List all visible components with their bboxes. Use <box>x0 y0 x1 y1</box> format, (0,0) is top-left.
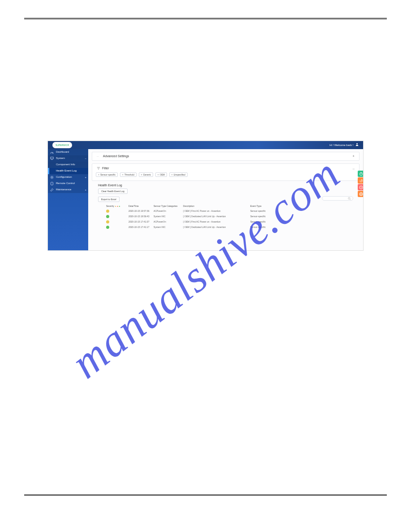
cell-sensor: ACPowerOn <box>154 210 183 213</box>
event-log-table: Severity ● ● ● Date/Time Sensor Type Cat… <box>98 205 353 230</box>
cell-sensor: System NIC <box>154 226 183 229</box>
sidebar-item-system[interactable]: System – <box>48 155 88 162</box>
close-icon[interactable]: × <box>171 173 173 176</box>
rail-language-button[interactable] <box>358 191 364 197</box>
right-rail: ? <box>358 171 364 197</box>
filter-chip-threshold[interactable]: ×Threshold <box>120 172 137 177</box>
filter-label: Filter <box>102 167 109 170</box>
rail-help-button[interactable]: ? <box>358 184 364 190</box>
filter-icon <box>97 167 100 171</box>
filter-chip-sensor-specific[interactable]: ×Sensor-specific <box>96 172 118 177</box>
chip-label: Sensor-specific <box>100 173 116 176</box>
sidebar-item-label: Health Event Log <box>56 169 77 172</box>
search-input[interactable] <box>322 196 353 201</box>
advanced-settings-card[interactable]: ··· Advanced Settings + <box>92 152 360 161</box>
screenshot-panel: SUPERMICR Hi ! Welcome back ! Dashboard … <box>47 141 364 251</box>
table-row: 2020-10-15 19:57:36 ACPowerOn [ OEM ] Fi… <box>98 209 353 214</box>
cell-date: 2020-10-15 19:57:36 <box>128 210 154 213</box>
sidebar-item-maintenance[interactable]: Maintenance + <box>48 187 88 193</box>
svg-rect-2 <box>51 157 53 159</box>
severity-icon <box>106 210 128 213</box>
welcome-text: Hi ! Welcome back ! <box>330 143 359 146</box>
filter-chips: ×Sensor-specific ×Threshold ×Generic ×OE… <box>96 172 355 177</box>
advanced-settings-label: Advanced Settings <box>103 154 129 158</box>
expand-icon: + <box>85 189 86 191</box>
gear-icon <box>50 176 54 179</box>
col-event-type[interactable]: Event Type <box>250 205 280 207</box>
close-icon[interactable]: × <box>98 173 99 176</box>
col-severity[interactable]: Severity ● ● ● <box>106 205 128 207</box>
gauge-icon <box>50 150 54 154</box>
health-event-log-section: Health Event Log Clear Health Event Log … <box>92 184 360 230</box>
svg-point-4 <box>51 176 52 178</box>
chip-label: Generic <box>143 173 151 176</box>
export-to-excel-button[interactable]: Export to Excel <box>98 197 120 202</box>
col-sensor[interactable]: Sensor Type Categories <box>154 205 183 207</box>
health-event-log-title: Health Event Log <box>98 184 360 187</box>
monitor-icon <box>50 157 54 160</box>
sidebar-item-label: Maintenance <box>56 188 71 191</box>
cell-event: Sensor-specific <box>250 210 280 213</box>
sidebar-item-configuration[interactable]: Configuration + <box>48 174 88 180</box>
app-topbar: SUPERMICR Hi ! Welcome back ! <box>48 141 363 149</box>
cell-desc: [ OEM ] Dedicated LAN Link Up - Assertio… <box>183 215 250 219</box>
table-header: Severity ● ● ● Date/Time Sensor Type Cat… <box>98 205 353 209</box>
sidebar: Dashboard System – Component Info Health… <box>48 149 88 250</box>
severity-icon <box>106 220 128 224</box>
main-content: ··· Advanced Settings + Filter – ×Sensor… <box>88 149 363 250</box>
svg-rect-5 <box>51 182 53 185</box>
sidebar-item-component-info[interactable]: Component Info <box>48 162 88 168</box>
filter-chip-generic[interactable]: ×Generic <box>139 172 153 177</box>
rail-power-button[interactable] <box>358 171 364 177</box>
close-icon[interactable]: × <box>141 173 142 176</box>
cell-sensor: ACPowerOn <box>154 220 183 224</box>
user-icon[interactable] <box>355 144 359 146</box>
rail-refresh-button[interactable] <box>358 177 364 184</box>
top-rule <box>24 18 387 20</box>
cell-event: Sensor-specific <box>250 226 280 229</box>
table-row: 2020-10-15 17:41:17 System NIC [ OEM ] D… <box>98 225 353 230</box>
filter-chip-oem[interactable]: ×OEM <box>155 172 167 177</box>
sidebar-item-label: System <box>56 157 65 159</box>
filter-chip-unspecified[interactable]: ×Unspecified <box>169 172 188 177</box>
sidebar-item-health-event-log[interactable]: Health Event Log <box>48 168 88 174</box>
close-icon[interactable]: × <box>158 173 159 176</box>
svg-line-1 <box>52 153 53 154</box>
expand-icon: + <box>85 176 86 179</box>
svg-point-0 <box>356 143 358 145</box>
cell-date: 2020-10-15 17:41:37 <box>128 220 154 224</box>
remote-icon <box>50 182 54 185</box>
cell-desc: [ OEM ] First AC Power on - Assertion <box>183 210 250 213</box>
collapse-icon: – <box>85 157 86 160</box>
expand-icon[interactable]: + <box>352 154 355 158</box>
sidebar-item-label: Remote Control <box>56 182 75 184</box>
wrench-icon <box>50 188 54 192</box>
col-date[interactable]: Date/Time <box>128 205 154 207</box>
sidebar-item-remote-control[interactable]: Remote Control <box>48 180 88 187</box>
table-row: 2020-10-15 17:41:37 ACPowerOn [ OEM ] Fi… <box>98 219 353 225</box>
close-icon[interactable]: × <box>122 173 124 176</box>
sidebar-item-label: Component Info <box>56 163 75 166</box>
welcome-label: Hi ! Welcome back ! <box>330 144 353 146</box>
collapse-icon[interactable]: – <box>353 167 355 171</box>
ellipsis-icon: ··· <box>97 155 99 158</box>
svg-text:?: ? <box>360 186 362 189</box>
brand-logo: SUPERMICR <box>52 142 72 148</box>
severity-icon <box>106 226 128 229</box>
sidebar-item-label: Dashboard <box>56 150 69 153</box>
cell-date: 2020-10-15 19:56:43 <box>128 215 154 219</box>
clear-health-event-log-button[interactable]: Clear Health Event Log <box>98 189 128 194</box>
cell-event: Sensor-specific <box>250 220 280 224</box>
app-body: Dashboard System – Component Info Health… <box>48 149 363 250</box>
sidebar-item-dashboard[interactable]: Dashboard <box>48 149 88 155</box>
col-description[interactable]: Description <box>183 205 250 207</box>
severity-icon <box>106 215 128 219</box>
cell-desc: [ OEM ] Dedicated LAN Link Up - Assertio… <box>183 226 250 229</box>
search-icon <box>348 197 351 201</box>
svg-point-9 <box>348 197 350 199</box>
chip-label: OEM <box>160 173 165 176</box>
chip-label: Threshold <box>124 173 134 176</box>
bottom-rule <box>24 494 387 496</box>
cell-sensor: System NIC <box>154 215 183 219</box>
cell-desc: [ OEM ] First AC Power on - Assertion <box>183 220 250 224</box>
